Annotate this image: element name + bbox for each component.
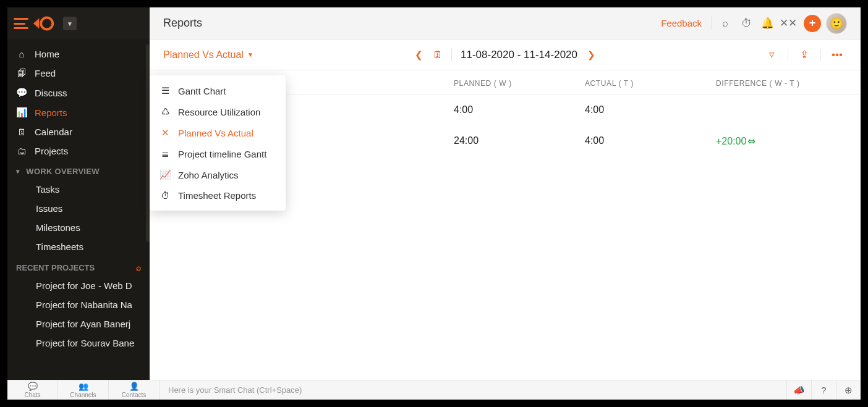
avatar[interactable]: 🙂 bbox=[826, 13, 847, 34]
dd-label: Planned Vs Actual bbox=[178, 128, 253, 138]
nav-projects[interactable]: 🗂Projects bbox=[7, 141, 150, 161]
recent-project-item[interactable]: Project for Nabanita Na bbox=[7, 295, 150, 314]
cell-planned: 24:00 bbox=[454, 135, 585, 147]
calendar-icon: 🗓 bbox=[16, 127, 27, 137]
report-subheader: Planned Vs Actual ▼ ❮ 🗓 11-08-2020 - 11-… bbox=[150, 40, 861, 70]
timer-icon[interactable]: ⏱ bbox=[736, 13, 757, 34]
dd-resource-utilization[interactable]: ♺Resource Utilization bbox=[150, 101, 286, 122]
footer-tab-label: Chats bbox=[24, 392, 40, 398]
cell-difference: +20:00⇔ bbox=[716, 135, 847, 147]
report-type-picker[interactable]: Planned Vs Actual ▼ bbox=[163, 49, 253, 61]
dd-project-timeline-gantt[interactable]: ≣Project timeline Gantt bbox=[150, 143, 286, 164]
search-icon[interactable]: ⌕ bbox=[136, 262, 141, 272]
recent-project-item[interactable]: Project for Ayan Banerj bbox=[7, 314, 150, 334]
dd-label: Zoho Analytics bbox=[178, 170, 239, 180]
chat-icon: 💬 bbox=[28, 382, 38, 391]
smart-chat-input[interactable]: Here is your Smart Chat (Ctrl+Space) bbox=[160, 385, 786, 395]
date-range[interactable]: 11-08-2020 - 11-14-2020 bbox=[451, 49, 577, 61]
projects-icon: 🗂 bbox=[16, 146, 27, 156]
notifications-icon[interactable]: 🔔 bbox=[757, 13, 778, 34]
section-label: RECENT PROJECTS bbox=[16, 263, 95, 272]
tools-icon[interactable]: ✕✕ bbox=[778, 13, 799, 34]
page-title: Reports bbox=[163, 17, 202, 30]
help-icon[interactable]: ? bbox=[811, 380, 836, 400]
chevron-down-icon: ▾ bbox=[16, 167, 20, 175]
footer-tab-contacts[interactable]: 👤Contacts bbox=[109, 380, 160, 400]
timeline-icon: ≣ bbox=[160, 148, 171, 159]
sub-issues[interactable]: Issues bbox=[7, 199, 150, 218]
feed-icon: 🗐 bbox=[16, 68, 27, 78]
more-icon[interactable]: ••• bbox=[827, 45, 847, 65]
section-label: WORK OVERVIEW bbox=[26, 167, 100, 176]
nav-label: Projects bbox=[35, 146, 68, 156]
workspace-dropdown[interactable]: ▼ bbox=[63, 17, 77, 30]
sub-tasks[interactable]: Tasks bbox=[7, 180, 150, 199]
work-overview-header[interactable]: ▾ WORK OVERVIEW bbox=[7, 161, 150, 180]
cell-difference bbox=[716, 104, 847, 115]
recent-project-item[interactable]: Project for Sourav Bane bbox=[7, 334, 150, 353]
dd-gantt-chart[interactable]: ☰Gantt Chart bbox=[150, 80, 286, 101]
feedback-link[interactable]: Feedback bbox=[661, 18, 702, 28]
divider bbox=[820, 49, 821, 61]
dd-label: Timesheet Reports bbox=[178, 190, 256, 201]
nav-label: Feed bbox=[35, 68, 56, 78]
report-table: PLANNED ( W ) ACTUAL ( T ) DIFFERENCE ( … bbox=[150, 70, 861, 380]
resource-icon: ♺ bbox=[160, 106, 171, 117]
logo[interactable] bbox=[32, 14, 56, 33]
nav-label: Calendar bbox=[35, 127, 72, 137]
divider bbox=[788, 49, 788, 61]
sidebar: ▼ ⌂Home 🗐Feed 💬Discuss 📊Reports 🗓Calenda… bbox=[7, 7, 150, 380]
gantt-icon: ☰ bbox=[160, 85, 171, 96]
footer-tab-label: Contacts bbox=[122, 392, 146, 398]
nav-label: Reports bbox=[35, 107, 67, 118]
search-icon[interactable]: ⌕ bbox=[715, 13, 736, 34]
topbar: Reports Feedback ⌕ ⏱ 🔔 ✕✕ + 🙂 bbox=[150, 7, 861, 40]
sub-milestones[interactable]: Milestones bbox=[7, 218, 150, 237]
cell-actual: 4:00 bbox=[585, 104, 716, 115]
swap-icon: ⇔ bbox=[747, 135, 755, 147]
analytics-icon: 📈 bbox=[160, 169, 171, 180]
nav-feed[interactable]: 🗐Feed bbox=[7, 64, 150, 83]
recent-project-item[interactable]: Project for Joe - Web D bbox=[7, 276, 150, 295]
recent-projects-header: RECENT PROJECTS ⌕ bbox=[7, 256, 150, 276]
footer-tab-channels[interactable]: 👥Channels bbox=[58, 380, 109, 400]
dd-timesheet-reports[interactable]: ⏱Timesheet Reports bbox=[150, 185, 286, 206]
prev-range-icon[interactable]: ❮ bbox=[412, 47, 425, 63]
footer-bar: 💬Chats 👥Channels 👤Contacts Here is your … bbox=[7, 380, 861, 400]
calendar-icon[interactable]: 🗓 bbox=[433, 49, 443, 61]
home-icon: ⌂ bbox=[16, 49, 27, 59]
zoom-icon[interactable]: ⊕ bbox=[836, 380, 861, 400]
col-difference: DIFFERENCE ( W - T ) bbox=[716, 79, 847, 88]
nav-home[interactable]: ⌂Home bbox=[7, 44, 150, 64]
cell-planned: 4:00 bbox=[454, 104, 585, 115]
caret-down-icon: ▼ bbox=[247, 51, 253, 58]
svg-point-0 bbox=[41, 18, 53, 30]
cell-actual: 4:00 bbox=[585, 135, 716, 147]
footer-tab-chats[interactable]: 💬Chats bbox=[7, 380, 58, 400]
planned-actual-icon: ✕ bbox=[160, 127, 171, 138]
reports-icon: 📊 bbox=[16, 107, 27, 118]
col-planned: PLANNED ( W ) bbox=[454, 79, 585, 88]
dd-zoho-analytics[interactable]: 📈Zoho Analytics bbox=[150, 164, 286, 185]
col-actual: ACTUAL ( T ) bbox=[585, 79, 716, 88]
footer-tab-label: Channels bbox=[70, 392, 96, 398]
next-range-icon[interactable]: ❯ bbox=[585, 47, 598, 63]
nav-reports[interactable]: 📊Reports bbox=[7, 103, 150, 122]
nav-discuss[interactable]: 💬Discuss bbox=[7, 83, 150, 103]
hamburger-icon[interactable] bbox=[14, 18, 28, 29]
divider bbox=[712, 17, 712, 30]
add-button[interactable]: + bbox=[804, 15, 821, 32]
announce-icon[interactable]: 📣 bbox=[786, 380, 811, 400]
sub-timesheets[interactable]: Timesheets bbox=[7, 237, 150, 256]
nav-calendar[interactable]: 🗓Calendar bbox=[7, 122, 150, 141]
stopwatch-icon: ⏱ bbox=[160, 190, 171, 201]
export-icon[interactable]: ⇪ bbox=[794, 45, 814, 65]
filter-icon[interactable]: ▿ bbox=[762, 45, 781, 65]
picker-label: Planned Vs Actual bbox=[163, 49, 244, 61]
nav-label: Discuss bbox=[35, 88, 67, 98]
contacts-icon: 👤 bbox=[129, 382, 139, 391]
dd-label: Resource Utilization bbox=[178, 107, 260, 117]
dd-planned-vs-actual[interactable]: ✕Planned Vs Actual bbox=[150, 122, 286, 143]
discuss-icon: 💬 bbox=[16, 87, 27, 98]
report-type-dropdown: ☰Gantt Chart ♺Resource Utilization ✕Plan… bbox=[150, 75, 286, 211]
